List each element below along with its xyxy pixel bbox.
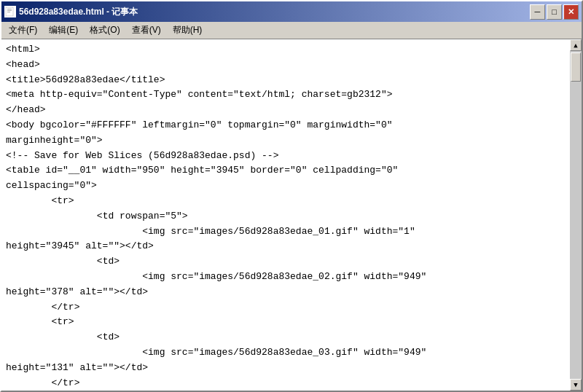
menu-bar: 文件(F) 编辑(E) 格式(O) 查看(V) 帮助(H) — [1, 22, 582, 39]
maximize-button[interactable]: □ — [547, 4, 562, 20]
scroll-thumb[interactable] — [571, 52, 581, 82]
notepad-window: 56d928a83edae.html - 记事本 ─ □ ✕ 文件(F) 编辑(… — [0, 0, 583, 392]
menu-format[interactable]: 格式(O) — [84, 23, 125, 38]
svg-rect-3 — [7, 12, 10, 12]
title-bar: 56d928a83edae.html - 记事本 ─ □ ✕ — [1, 1, 582, 22]
svg-rect-1 — [7, 9, 12, 9]
window-controls: ─ □ ✕ — [530, 4, 579, 20]
scroll-down-button[interactable]: ▼ — [570, 379, 582, 391]
close-button[interactable]: ✕ — [563, 4, 579, 20]
svg-rect-2 — [7, 10, 12, 11]
text-area[interactable]: <html> <head> <title>56d928a83edae</titl… — [1, 39, 570, 391]
scrollbar: ▲ ▼ — [570, 39, 582, 391]
content-area: <html> <head> <title>56d928a83edae</titl… — [1, 39, 582, 391]
text-content: <html> <head> <title>56d928a83edae</titl… — [1, 39, 570, 391]
scroll-up-button[interactable]: ▲ — [570, 39, 582, 51]
menu-edit[interactable]: 编辑(E) — [43, 23, 84, 38]
menu-view[interactable]: 查看(V) — [126, 23, 167, 38]
title-bar-left: 56d928a83edae.html - 记事本 — [4, 6, 138, 18]
menu-file[interactable]: 文件(F) — [3, 23, 43, 38]
menu-help[interactable]: 帮助(H) — [167, 23, 208, 38]
app-icon — [4, 6, 16, 17]
minimize-button[interactable]: ─ — [530, 4, 545, 20]
window-title: 56d928a83edae.html - 记事本 — [19, 6, 138, 18]
scroll-track[interactable] — [570, 51, 582, 379]
